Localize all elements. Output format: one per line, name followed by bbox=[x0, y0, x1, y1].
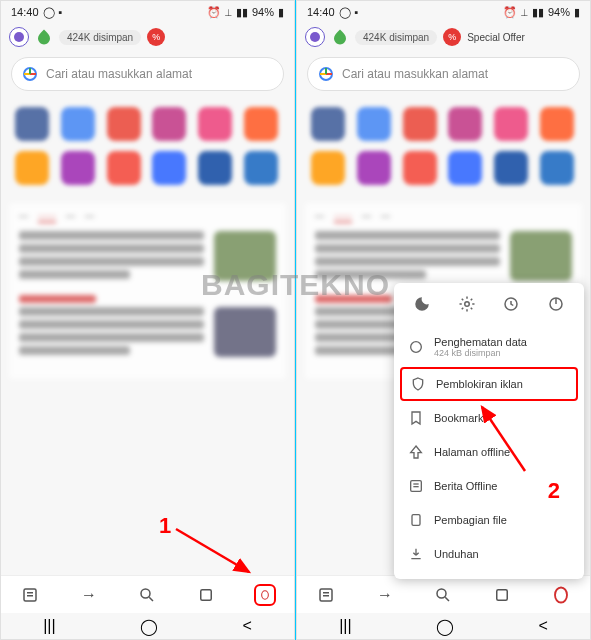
speed-dial-tile[interactable] bbox=[61, 107, 95, 141]
speed-dial-tile[interactable] bbox=[244, 151, 278, 185]
menu-adblock[interactable]: Pemblokiran iklan bbox=[400, 367, 578, 401]
search-button[interactable] bbox=[136, 584, 158, 606]
header-chips: 424K disimpan % Special Offer bbox=[297, 23, 590, 51]
menu-data-savings[interactable]: Penghematan data 424 kB disimpan bbox=[394, 327, 584, 367]
battery-text: 94% bbox=[252, 6, 274, 18]
system-nav: ||| ◯ < bbox=[1, 613, 294, 639]
download-icon bbox=[408, 546, 424, 562]
recents-key[interactable]: ||| bbox=[43, 617, 55, 635]
speed-dial-tile[interactable] bbox=[357, 107, 391, 141]
speed-dial-tile[interactable] bbox=[540, 151, 574, 185]
annotation-number-1: 1 bbox=[159, 513, 171, 539]
speed-dial-tile[interactable] bbox=[403, 107, 437, 141]
forward-button[interactable]: → bbox=[78, 584, 100, 606]
exit-icon[interactable] bbox=[547, 295, 565, 317]
opera-menu-button[interactable] bbox=[254, 584, 276, 606]
menu-file-share[interactable]: Pembagian file bbox=[394, 503, 584, 537]
battery-icon: ▮ bbox=[278, 6, 284, 19]
speed-dial-tile[interactable] bbox=[15, 107, 49, 141]
forward-button[interactable]: → bbox=[374, 584, 396, 606]
speed-dial-tile[interactable] bbox=[107, 107, 141, 141]
menu-file-share-label: Pembagian file bbox=[434, 514, 570, 526]
google-icon bbox=[318, 66, 334, 82]
svg-point-14 bbox=[411, 342, 422, 353]
night-mode-icon[interactable] bbox=[413, 295, 431, 317]
profile-avatar[interactable] bbox=[9, 27, 29, 47]
history-icon[interactable] bbox=[502, 295, 520, 317]
search-bar[interactable]: Cari atau masukkan alamat bbox=[11, 57, 284, 91]
feed-button[interactable] bbox=[315, 584, 337, 606]
svg-rect-6 bbox=[201, 589, 212, 600]
shield-icon bbox=[410, 376, 426, 392]
alarm-icon: ⏰ bbox=[503, 6, 517, 19]
speed-dial-tile[interactable] bbox=[15, 151, 49, 185]
search-placeholder: Cari atau masukkan alamat bbox=[342, 67, 569, 81]
data-savings-leaf-icon[interactable] bbox=[331, 28, 349, 46]
svg-rect-18 bbox=[412, 515, 420, 526]
recents-key[interactable]: ||| bbox=[339, 617, 351, 635]
home-key[interactable]: ◯ bbox=[436, 617, 454, 636]
speed-dial-tile[interactable] bbox=[244, 107, 278, 141]
annotation-number-2: 2 bbox=[548, 478, 560, 504]
special-offer-label[interactable]: Special Offer bbox=[467, 32, 525, 43]
speed-dial-tile[interactable] bbox=[540, 107, 574, 141]
svg-line-8 bbox=[176, 529, 249, 572]
speed-dial-tile[interactable] bbox=[311, 107, 345, 141]
tabs-button[interactable] bbox=[195, 584, 217, 606]
search-placeholder: Cari atau masukkan alamat bbox=[46, 67, 273, 81]
settings-icon[interactable] bbox=[458, 295, 476, 317]
data-saved-chip[interactable]: 424K disimpan bbox=[59, 30, 141, 45]
speed-dial-tile[interactable] bbox=[357, 151, 391, 185]
discount-badge[interactable]: % bbox=[147, 28, 165, 46]
status-time: 14:40 bbox=[307, 6, 335, 18]
header-chips: 424K disimpan % bbox=[1, 23, 294, 51]
alarm-icon: ⏰ bbox=[207, 6, 221, 19]
speed-dial-tile[interactable] bbox=[152, 107, 186, 141]
status-time: 14:40 bbox=[11, 6, 39, 18]
menu-download[interactable]: Unduhan bbox=[394, 537, 584, 571]
status-bar: 14:40 ◯ ▪ ⏰ ⟂ ▮▮ 94% ▮ bbox=[297, 1, 590, 23]
speed-dial-tile[interactable] bbox=[198, 151, 232, 185]
discount-badge[interactable]: % bbox=[443, 28, 461, 46]
svg-point-7 bbox=[261, 590, 268, 598]
speed-dial-tile[interactable] bbox=[494, 107, 528, 141]
back-key[interactable]: < bbox=[538, 617, 547, 635]
menu-data-savings-sub: 424 kB disimpan bbox=[434, 348, 570, 358]
signal-icon: ▮▮ bbox=[532, 6, 544, 19]
menu-adblock-label: Pemblokiran iklan bbox=[436, 378, 568, 390]
battery-icon: ▮ bbox=[574, 6, 580, 19]
home-key[interactable]: ◯ bbox=[140, 617, 158, 636]
opera-menu-button[interactable] bbox=[550, 584, 572, 606]
speed-dial-tile[interactable] bbox=[152, 151, 186, 185]
share-icon bbox=[408, 512, 424, 528]
speed-dial-tile[interactable] bbox=[494, 151, 528, 185]
speed-dial-tile[interactable] bbox=[198, 107, 232, 141]
menu-data-savings-title: Penghematan data bbox=[434, 336, 527, 348]
left-screenshot: 14:40 ◯ ▪ ⏰ ⟂ ▮▮ 94% ▮ 424K disimpan % C… bbox=[0, 0, 295, 640]
speed-dial-tile[interactable] bbox=[448, 107, 482, 141]
wifi-icon: ⟂ bbox=[225, 6, 232, 18]
svg-line-23 bbox=[446, 597, 450, 601]
svg-rect-24 bbox=[497, 589, 508, 600]
speed-dial-tile[interactable] bbox=[61, 151, 95, 185]
data-savings-leaf-icon[interactable] bbox=[35, 28, 53, 46]
menu-download-label: Unduhan bbox=[434, 548, 570, 560]
speed-dial-tile[interactable] bbox=[311, 151, 345, 185]
back-key[interactable]: < bbox=[242, 617, 251, 635]
speed-dial-tile[interactable] bbox=[107, 151, 141, 185]
camera-icon: ▪ bbox=[59, 6, 63, 18]
speed-dial-tile[interactable] bbox=[448, 151, 482, 185]
news-icon bbox=[408, 478, 424, 494]
google-icon bbox=[22, 66, 38, 82]
camera-icon: ▪ bbox=[355, 6, 359, 18]
speed-dial-tile[interactable] bbox=[403, 151, 437, 185]
signal-icon: ▮▮ bbox=[236, 6, 248, 19]
search-bar[interactable]: Cari atau masukkan alamat bbox=[307, 57, 580, 91]
wifi-icon: ⟂ bbox=[521, 6, 528, 18]
feed-button[interactable] bbox=[19, 584, 41, 606]
profile-avatar[interactable] bbox=[305, 27, 325, 47]
data-saved-chip[interactable]: 424K disimpan bbox=[355, 30, 437, 45]
search-button[interactable] bbox=[432, 584, 454, 606]
tabs-button[interactable] bbox=[491, 584, 513, 606]
svg-line-5 bbox=[150, 597, 154, 601]
